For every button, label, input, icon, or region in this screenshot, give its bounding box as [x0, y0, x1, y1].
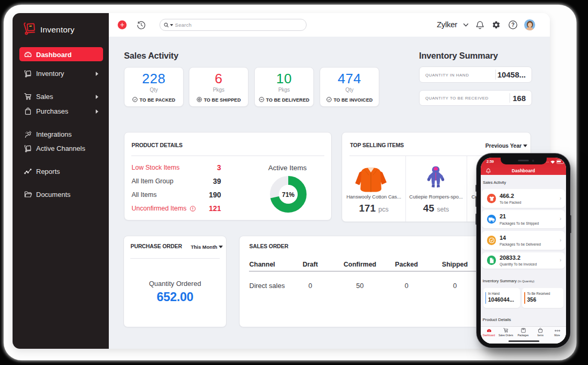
svg-text:71%: 71%	[281, 191, 294, 198]
svg-text:?: ?	[511, 22, 514, 28]
